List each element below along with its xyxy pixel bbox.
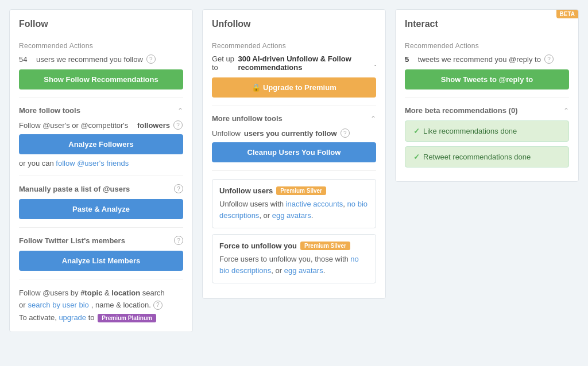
more-unfollow-tools-header: More unfollow tools ⌃ (212, 114, 376, 123)
unfollow-users-title: Unfollow users Premium Silver (219, 186, 369, 195)
analyze-bold: followers (137, 121, 170, 130)
more-follow-tools-chevron[interactable]: ⌃ (177, 107, 183, 115)
interact-column: BETA Interact Recommended Actions 5 twee… (395, 9, 579, 182)
unfollow-rec-text: Get up to 300 AI-driven Unfollow & Follo… (212, 54, 376, 72)
analyze-followers-button[interactable]: Analyze Followers (19, 134, 183, 154)
interact-title: Interact (405, 19, 569, 34)
unfollow-users-body: Unfollow users with inactive accounts, n… (219, 198, 369, 221)
list-help-icon[interactable]: ? (174, 236, 183, 245)
interact-recommended-label: Recommended Actions (405, 42, 569, 50)
premium-silver-badge-2: Premium Silver (300, 242, 350, 250)
force-or: , or (271, 266, 284, 275)
force-body: Force users to unfollow you, those with … (219, 254, 369, 276)
premium-platinum-badge: Premium Platinum (98, 314, 156, 322)
like-checkmark: ✓ (413, 127, 420, 135)
more-beta-title: More beta recommendations (0) (405, 106, 518, 115)
retweet-done-text: Retweet recommendations done (423, 153, 531, 161)
topic-search: search (140, 289, 165, 297)
activate-prefix: To activate, (19, 313, 59, 322)
unfollow-rec-intro: Get up to (212, 54, 234, 72)
unfollow-prefix: Unfollow (212, 129, 241, 138)
topic-and: & (102, 289, 111, 297)
upgrade-to-premium-button[interactable]: 🔒 Upgrade to Premium (212, 77, 376, 98)
retweet-checkmark: ✓ (413, 153, 420, 161)
interact-divider-1 (405, 98, 569, 98)
analyze-list-members-button[interactable]: Analyze List Members (19, 251, 183, 271)
unfollow-recommended-label: Recommended Actions (212, 42, 376, 50)
follow-count: 54 (19, 55, 27, 64)
unfollow-sub-text: Unfollow users you currently follow ? (212, 129, 376, 138)
egg-avatars-link-1[interactable]: egg avatars (272, 211, 311, 220)
follow-recommend-text: 54 users we recommend you follow ? (19, 54, 183, 64)
more-follow-tools-title: More follow tools (19, 106, 80, 115)
topic-bio-line: or search by user bio, name & location. … (19, 301, 183, 310)
force-end: . (323, 266, 326, 275)
list-header: Follow Twitter List's members ? (19, 236, 183, 245)
activate-line: To activate, upgrade to Premium Platinum (19, 313, 183, 322)
inactive-accounts-link[interactable]: inactive accounts (286, 200, 343, 208)
divider-3 (19, 227, 183, 228)
interact-rec-help-icon[interactable]: ? (544, 54, 554, 64)
topic-bold-2: location (111, 289, 140, 297)
unfollow-users-label: Unfollow users (219, 186, 273, 195)
interact-rec-desc: tweets we recommend you @reply to (418, 55, 541, 64)
more-follow-tools-header: More follow tools ⌃ (19, 106, 183, 115)
follow-friends-link[interactable]: follow @user's friends (56, 159, 129, 168)
follow-column: Follow Recommended Actions 54 users we r… (9, 9, 193, 332)
follow-title: Follow (19, 19, 183, 34)
unfollow-divider-2 (212, 170, 376, 171)
retweet-done-badge: ✓ Retweet recommendations done (405, 146, 569, 168)
show-tweets-button[interactable]: Show Tweets to @reply to (405, 69, 569, 89)
interact-count: 5 (405, 55, 409, 64)
force-unfollow-section: Force to unfollow you Premium Silver For… (212, 234, 376, 283)
unfollow-title: Unfollow (212, 19, 376, 34)
unfollow-body-prefix: Unfollow users with (219, 200, 286, 208)
paste-section: Manually paste a list of @users ? Paste … (19, 184, 183, 219)
cleanup-users-button[interactable]: Cleanup Users You Follow (212, 142, 376, 162)
interact-rec-text: 5 tweets we recommend you @reply to ? (405, 54, 569, 64)
or-friends-text: or you can follow @user's friends (19, 159, 183, 168)
divider-2 (19, 176, 183, 176)
unfollow-help-icon[interactable]: ? (341, 129, 350, 138)
analyze-followers-text: Follow @user's or @competitor's follower… (19, 120, 183, 130)
unfollow-rec-suffix: . (374, 59, 376, 68)
like-done-text: Like recommendations done (423, 127, 517, 135)
follow-rec-help-icon[interactable]: ? (146, 54, 156, 64)
more-beta-header: More beta recommendations (0) ⌃ (405, 106, 569, 115)
paste-help-icon[interactable]: ? (174, 184, 183, 193)
beta-badge: BETA (556, 10, 578, 18)
search-by-bio-link[interactable]: search by user bio (28, 301, 89, 309)
force-egg-link[interactable]: egg avatars (284, 266, 323, 275)
unfollow-body-comma: , (343, 200, 347, 208)
unfollow-body-end: . (311, 211, 314, 220)
topic-text: Follow @users by #topic & location searc… (19, 287, 183, 299)
force-title: Force to unfollow you Premium Silver (219, 242, 369, 250)
topic-prefix: Follow @users by (19, 289, 80, 297)
upgrade-link[interactable]: upgrade (59, 313, 86, 322)
analyze-help-icon[interactable]: ? (173, 120, 183, 130)
unfollow-rec-bold: 300 AI-driven Unfollow & Follow recommen… (238, 54, 370, 72)
force-label: Force to unfollow you (219, 242, 297, 250)
paste-title: Manually paste a list of @users (19, 185, 130, 193)
divider-4 (19, 279, 183, 279)
activate-to: to (86, 313, 96, 322)
follow-recommended-label: Recommended Actions (19, 42, 183, 50)
unfollow-body-or: , or (259, 211, 272, 220)
unfollow-column: Unfollow Recommended Actions Get up to 3… (202, 9, 386, 299)
force-prefix: Force users to unfollow you, those with (219, 255, 350, 263)
unfollow-users-section: Unfollow users Premium Silver Unfollow u… (212, 179, 376, 228)
unfollow-divider-1 (212, 106, 376, 106)
list-section: Follow Twitter List's members ? Analyze … (19, 236, 183, 271)
more-unfollow-tools-title: More unfollow tools (212, 114, 283, 123)
more-beta-chevron[interactable]: ⌃ (563, 107, 569, 115)
more-unfollow-chevron[interactable]: ⌃ (370, 115, 376, 123)
main-columns: Follow Recommended Actions 54 users we r… (9, 9, 579, 332)
follow-rec-desc: users we recommend you follow (36, 55, 143, 64)
topic-name-loc: , name & location. (91, 301, 151, 309)
premium-silver-badge-1: Premium Silver (276, 186, 326, 195)
paste-analyze-button[interactable]: Paste & Analyze (19, 199, 183, 219)
topic-help-icon[interactable]: ? (153, 301, 163, 310)
divider-1 (19, 98, 183, 98)
show-follow-recommendations-button[interactable]: Show Follow Recommendations (19, 69, 183, 89)
like-done-badge: ✓ Like recommendations done (405, 120, 569, 142)
